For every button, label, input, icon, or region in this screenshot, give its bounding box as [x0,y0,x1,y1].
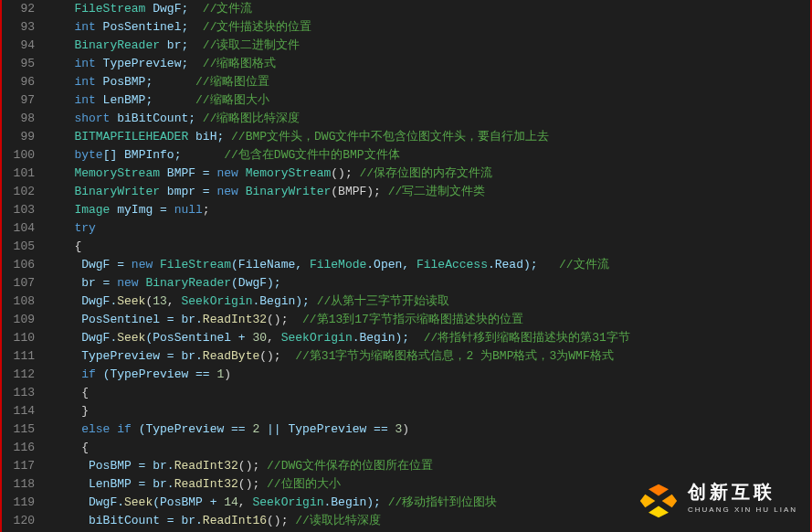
code-line[interactable]: BinaryWriter bmpr = new BinaryWriter(BMP… [53,183,810,201]
code-line[interactable]: DwgF = new FileStream(FileName, FileMode… [53,256,810,274]
line-number-gutter: 9293949596979899100101102103104105106107… [2,0,44,532]
code-line[interactable]: Image myImg = null; [53,201,810,219]
line-number: 104 [7,219,35,238]
line-number: 111 [7,347,35,366]
code-line[interactable]: BinaryReader br; //读取二进制文件 [53,37,810,55]
line-number: 114 [7,402,35,420]
line-number: 116 [7,439,35,457]
code-line[interactable]: short biBitCount; //缩略图比特深度 [53,110,810,128]
line-number: 119 [7,494,35,512]
line-number: 100 [7,146,35,165]
code-line[interactable]: br = new BinaryReader(DwgF); [53,274,810,293]
code-line[interactable]: { [53,439,810,457]
watermark-logo: 创新互联 CHUANG XIN HU LIAN [638,481,797,521]
code-line[interactable]: FileStream DwgF; //文件流 [53,0,810,18]
code-line[interactable]: { [53,238,810,256]
code-line[interactable]: int PosSentinel; //文件描述块的位置 [53,18,810,37]
code-line[interactable]: byte[] BMPInfo; //包含在DWG文件中的BMP文件体 [53,146,810,165]
code-line[interactable]: try [53,219,810,238]
code-line[interactable]: } [53,402,810,420]
code-line[interactable]: else if (TypePreview == 2 || TypePreview… [53,420,810,439]
line-number: 105 [7,238,35,256]
line-number: 118 [7,475,35,494]
line-number: 99 [7,128,35,146]
line-number: 98 [7,110,35,128]
code-editor[interactable]: 9293949596979899100101102103104105106107… [0,0,812,532]
code-line[interactable]: TypePreview = br.ReadByte(); //第31字节为缩略图… [53,347,810,366]
code-line[interactable]: MemoryStream BMPF = new MemoryStream(); … [53,165,810,183]
line-number: 97 [7,91,35,110]
line-number: 113 [7,384,35,402]
line-number: 94 [7,37,35,55]
code-line[interactable]: PosSentinel = br.ReadInt32(); //第13到17字节… [53,311,810,329]
line-number: 101 [7,165,35,183]
logo-text-en: CHUANG XIN HU LIAN [688,501,797,519]
code-line[interactable]: DwgF.Seek(PosSentinel + 30, SeekOrigin.B… [53,329,810,347]
line-number: 93 [7,18,35,37]
line-number: 95 [7,55,35,73]
logo-text: 创新互联 CHUANG XIN HU LIAN [688,483,797,519]
line-number: 106 [7,256,35,274]
code-line[interactable]: DwgF.Seek(13, SeekOrigin.Begin); //从第十三字… [53,293,810,311]
line-number: 117 [7,457,35,475]
line-number: 115 [7,420,35,439]
logo-text-cn: 创新互联 [688,483,797,501]
code-content[interactable]: FileStream DwgF; //文件流 int PosSentinel; … [44,0,810,532]
line-number: 96 [7,73,35,91]
line-number: 110 [7,329,35,347]
line-number: 92 [7,0,35,18]
line-number: 103 [7,201,35,219]
code-line[interactable]: int TypePreview; //缩略图格式 [53,55,810,73]
code-line[interactable]: BITMAPFILEHEADER biH; //BMP文件头，DWG文件中不包含… [53,128,810,146]
logo-icon [638,481,679,521]
code-line[interactable]: if (TypePreview == 1) [53,366,810,384]
line-number: 120 [7,512,35,530]
code-line[interactable]: int LenBMP; //缩略图大小 [53,91,810,110]
line-number: 112 [7,366,35,384]
line-number: 107 [7,274,35,293]
line-number: 102 [7,183,35,201]
code-line[interactable]: PosBMP = br.ReadInt32(); //DWG文件保存的位图所在位… [53,457,810,475]
code-line[interactable]: int PosBMP; //缩略图位置 [53,73,810,91]
line-number: 109 [7,311,35,329]
line-number: 108 [7,293,35,311]
code-line[interactable]: { [53,384,810,402]
